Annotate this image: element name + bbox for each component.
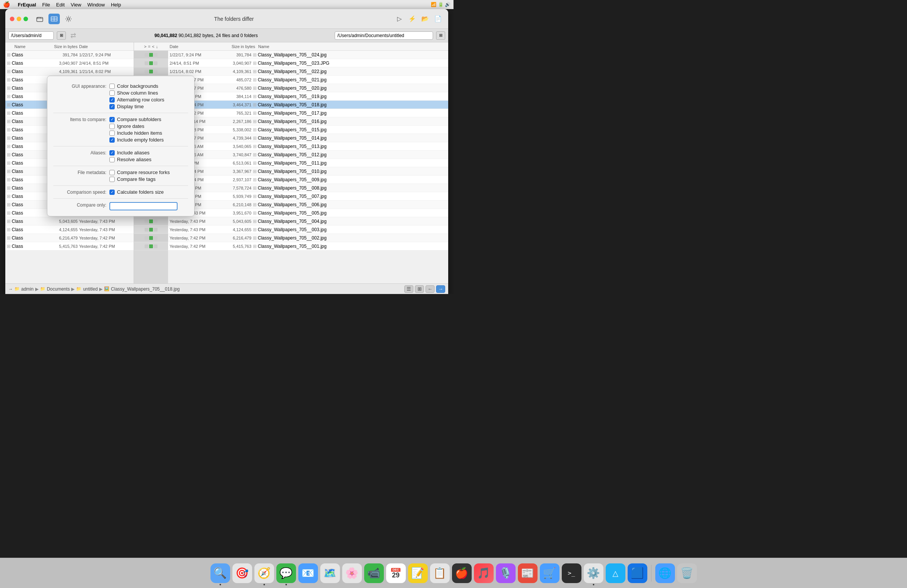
color-backgrounds-row[interactable]: Color backgrounds (109, 83, 188, 89)
close-button[interactable] (10, 17, 14, 21)
menu-help[interactable]: Help (111, 2, 121, 8)
table-view-button[interactable] (48, 14, 60, 24)
right-file-row[interactable]: 5/29/16, 6:12 PM 6,210,148 ⊞ Classy_Wall… (168, 201, 448, 209)
right-file-row[interactable]: 1/22/17, 9:24 PM 391,784 ⊞ Classy_Wallpa… (168, 51, 448, 59)
right-name-col-header[interactable]: Name (256, 44, 447, 49)
left-file-row[interactable]: ⊞ Class 3,040,907 2/4/14, 8:51 PM (5, 59, 134, 67)
right-file-row[interactable]: 5/29/16, 6:13 PM 7,578,724 ⊞ Classy_Wall… (168, 184, 448, 192)
right-path-input[interactable] (335, 31, 433, 40)
right-file-row[interactable]: 12/20/14, 8:34 PM 2,937,107 ⊞ Classy_Wal… (168, 176, 448, 184)
right-file-row[interactable]: Yesterday, 7:43 PM 4,124,655 ⊞ Classy_Wa… (168, 225, 448, 234)
right-file-row[interactable]: 1/6/15, 7:59 PM 6,513,061 ⊞ Classy_Wallp… (168, 159, 448, 167)
compare-file-tags-row[interactable]: Compare file tags (109, 176, 188, 182)
menu-window[interactable]: Window (87, 2, 105, 8)
right-file-row[interactable]: 11/23/16, 8:46 AM 3,740,847 ⊞ Classy_Wal… (168, 150, 448, 159)
left-file-row[interactable]: ⊞ Class 6,216,479 Yesterday, 7:42 PM (5, 234, 134, 242)
left-path-input[interactable] (8, 31, 54, 40)
breadcrumb-admin[interactable]: admin (21, 286, 34, 292)
resolve-aliases-row[interactable]: Resolve aliases (109, 157, 188, 162)
back-nav-button[interactable]: ← (425, 285, 434, 293)
include-hidden-items-checkbox[interactable] (109, 131, 115, 136)
right-file-row[interactable]: Yesterday, 7:43 PM 5,043,605 ⊞ Classy_Wa… (168, 217, 448, 225)
right-file-row[interactable]: 11/23/16, 8:46 AM 3,540,065 ⊞ Classy_Wal… (168, 142, 448, 150)
include-aliases-row[interactable]: ✓ Include aliases (109, 150, 188, 155)
compare-only-input[interactable] (109, 202, 178, 210)
right-file-row[interactable]: 11/3/13, 8:07 PM 384,114 ⊞ Classy_Wallpa… (168, 92, 448, 101)
left-file-row[interactable]: ⊞ Class 5,415,763 Yesterday, 7:42 PM (5, 242, 134, 251)
left-status-dot (144, 236, 148, 240)
right-file-row[interactable]: 12/25/20, 8:32 PM 765,321 ⊞ Classy_Wallp… (168, 109, 448, 117)
right-browse-button[interactable]: ⊞ (436, 31, 445, 40)
app-name[interactable]: FrEqual (18, 2, 36, 8)
calculate-folders-size-checkbox[interactable]: ✓ (109, 190, 115, 195)
apple-menu[interactable]: 🍎 (3, 1, 10, 8)
include-hidden-items-row[interactable]: Include hidden items (109, 130, 188, 136)
left-file-row[interactable]: ⊞ Class 391,784 1/22/17, 9:24 PM (5, 51, 134, 59)
right-file-row[interactable]: 11/20/16, 5:27 PM 4,739,344 ⊞ Classy_Wal… (168, 134, 448, 142)
compare-subfolders-row[interactable]: ✓ Compare subfolders (109, 117, 188, 122)
left-browse-button[interactable]: ⊞ (57, 31, 66, 40)
left-file-row[interactable]: ⊞ Class 5,043,605 Yesterday, 7:43 PM (5, 217, 134, 225)
breadcrumb-documents[interactable]: Documents (47, 286, 70, 292)
breadcrumb-filename[interactable]: Classy_Wallpapers_705__018.jpg (111, 286, 180, 292)
alternating-row-colors-row[interactable]: ✓ Alternating row colors (109, 97, 188, 102)
color-backgrounds-checkbox[interactable] (109, 84, 115, 89)
right-file-row[interactable]: 5/29/16, 6:13 PM 5,939,749 ⊞ Classy_Wall… (168, 192, 448, 201)
alternating-row-colors-checkbox[interactable]: ✓ (109, 97, 115, 102)
left-file-row[interactable]: ⊞ Class 4,124,655 Yesterday, 7:43 PM (5, 225, 134, 234)
left-name-col-header[interactable]: Name (7, 44, 45, 49)
menu-file[interactable]: File (42, 2, 50, 8)
compare-file-tags-checkbox[interactable] (109, 177, 115, 182)
include-empty-folders-checkbox[interactable]: ✓ (109, 137, 115, 143)
compare-subfolders-checkbox[interactable]: ✓ (109, 117, 115, 122)
right-size-col-header[interactable]: Size in bytes (223, 44, 256, 49)
display-time-row[interactable]: ✓ Display time (109, 104, 188, 109)
include-aliases-checkbox[interactable]: ✓ (109, 150, 115, 155)
show-column-lines-checkbox[interactable] (109, 90, 115, 96)
resolve-aliases-checkbox[interactable] (109, 157, 115, 162)
ignore-dates-row[interactable]: Ignore dates (109, 123, 188, 129)
left-file-size: 4,124,655 (49, 227, 79, 232)
right-file-icon: ⊞ (253, 52, 256, 58)
left-size-col-header[interactable]: Size in bytes (45, 44, 79, 49)
right-file-row[interactable]: 9/18/15, 12:27 PM 485,072 ⊞ Classy_Wallp… (168, 76, 448, 84)
breadcrumb-untitled[interactable]: untitled (83, 286, 98, 292)
right-file-row[interactable]: 12/24/20, 7:14 PM 3,464,371 ⊞ Classy_Wal… (168, 101, 448, 109)
left-date-col-header[interactable]: Date (79, 44, 132, 49)
maximize-button[interactable] (24, 17, 28, 21)
minimize-button[interactable] (17, 17, 21, 21)
right-file-list[interactable]: 1/22/17, 9:24 PM 391,784 ⊞ Classy_Wallpa… (168, 51, 448, 283)
right-file-row[interactable]: 12/15/14, 8:17 PM 476,580 ⊞ Classy_Wallp… (168, 84, 448, 92)
list-view-button[interactable]: ☰ (404, 285, 413, 293)
left-file-row[interactable]: ⊞ Class 4,109,361 1/21/14, 8:02 PM (5, 67, 134, 76)
right-file-row[interactable]: 1/21/14, 8:02 PM 4,109,361 ⊞ Classy_Wall… (168, 67, 448, 76)
right-file-row[interactable]: Yesterday, 7:43 PM 3,951,670 ⊞ Classy_Wa… (168, 209, 448, 217)
lightning-button[interactable]: ⚡ (407, 14, 418, 24)
right-file-icon: ⊞ (253, 127, 256, 133)
column-view-button[interactable]: ⊞ (415, 285, 424, 293)
divider-5 (53, 198, 188, 199)
include-empty-folders-row[interactable]: ✓ Include empty folders (109, 137, 188, 143)
menu-view[interactable]: View (71, 2, 82, 8)
play-button[interactable]: ▷ (394, 14, 405, 24)
right-file-row[interactable]: 1/18/17, 11:38 PM 5,338,002 ⊞ Classy_Wal… (168, 126, 448, 134)
open-file-button[interactable]: 📂 (420, 14, 431, 24)
display-time-checkbox[interactable]: ✓ (109, 104, 115, 109)
right-date-col-header[interactable]: Date (170, 44, 223, 49)
settings-button[interactable] (63, 14, 74, 24)
show-column-lines-row[interactable]: Show column lines (109, 90, 188, 96)
right-file-row[interactable]: Yesterday, 7:42 PM 5,415,763 ⊞ Classy_Wa… (168, 242, 448, 251)
right-file-row[interactable]: 12/20/14, 8:34 PM 3,367,967 ⊞ Classy_Wal… (168, 167, 448, 176)
menu-edit[interactable]: Edit (56, 2, 64, 8)
compare-resource-forks-row[interactable]: Compare resource forks (109, 169, 188, 175)
calculate-folders-size-row[interactable]: ✓ Calculate folders size (109, 189, 188, 195)
forward-nav-button[interactable]: → (436, 285, 445, 293)
center-status-row (134, 51, 168, 59)
right-file-row[interactable]: Yesterday, 7:42 PM 6,216,479 ⊞ Classy_Wa… (168, 234, 448, 242)
open-folder-button[interactable] (34, 14, 45, 24)
right-file-row[interactable]: 2/4/14, 8:51 PM 3,040,907 ⊞ Classy_Wallp… (168, 59, 448, 67)
save-button[interactable]: 📄 (432, 14, 444, 24)
ignore-dates-checkbox[interactable] (109, 124, 115, 129)
compare-resource-forks-checkbox[interactable] (109, 170, 115, 175)
right-file-row[interactable]: Yesterday, 7:14 PM 2,267,186 ⊞ Classy_Wa… (168, 117, 448, 126)
